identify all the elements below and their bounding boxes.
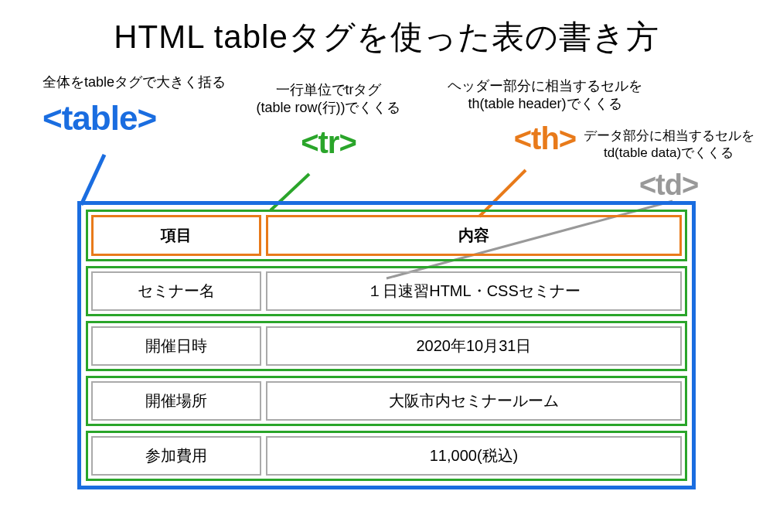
page-title: HTML tableタグを使った表の書き方 — [0, 0, 773, 59]
td-cell: 開催場所 — [91, 381, 261, 421]
table-row: セミナー名 １日速習HTML・CSSセミナー — [86, 266, 687, 316]
table-row: 参加費用 11,000(税込) — [86, 431, 687, 481]
td-cell: 開催日時 — [91, 326, 261, 366]
table-row: 開催場所 大阪市内セミナールーム — [86, 376, 687, 426]
annotation-td-tag: <td> — [572, 166, 765, 204]
table-diagram: 項目 内容 セミナー名 １日速習HTML・CSSセミナー 開催日時 2020年1… — [77, 201, 696, 489]
table-row: 開催日時 2020年10月31日 — [86, 321, 687, 371]
annotation-tr-tag: <tr> — [232, 122, 425, 162]
table-outline: 項目 内容 セミナー名 １日速習HTML・CSSセミナー 開催日時 2020年1… — [77, 201, 696, 489]
header-row: 項目 内容 — [86, 210, 687, 261]
th-col2: 内容 — [266, 215, 682, 256]
td-cell: 2020年10月31日 — [266, 326, 682, 366]
annotation-td: データ部分に相当するセルを td(table data)でくくる <td> — [572, 128, 765, 205]
annotation-tr: 一行単位でtrタグ (table row(行))でくくる <tr> — [232, 81, 425, 162]
td-cell: 大阪市内セミナールーム — [266, 381, 682, 421]
td-cell: 参加費用 — [91, 436, 261, 476]
annotation-tr-desc: 一行単位でtrタグ (table row(行))でくくる — [232, 81, 425, 118]
annotation-th-desc: ヘッダー部分に相当するセルを th(table header)でくくる — [421, 77, 669, 114]
annotation-td-desc: データ部分に相当するセルを td(table data)でくくる — [572, 128, 765, 162]
th-col1: 項目 — [91, 215, 261, 256]
annotations-area: 全体をtableタグで大きく括る <table> 一行単位でtrタグ (tabl… — [0, 66, 773, 220]
td-cell: １日速習HTML・CSSセミナー — [266, 271, 682, 311]
td-cell: 11,000(税込) — [266, 436, 682, 476]
td-cell: セミナー名 — [91, 271, 261, 311]
